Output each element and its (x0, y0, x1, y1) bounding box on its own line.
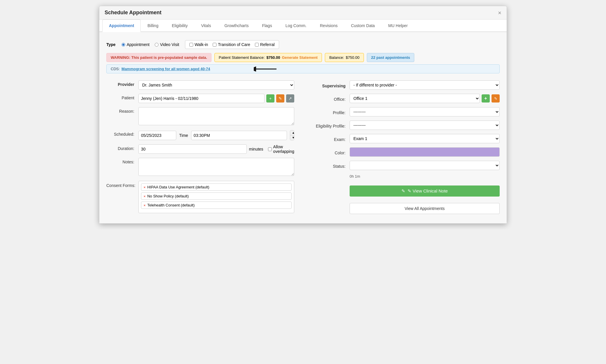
statement-amount: $750.00 (266, 55, 280, 60)
referral-checkbox[interactable] (255, 43, 259, 47)
warning-bar: WARNING: This patient is pre-populated s… (106, 53, 212, 62)
consent-list: × HIPAA Data Use Agreement (default) × N… (138, 181, 294, 213)
scheduled-date-input[interactable] (138, 131, 176, 140)
time-spinner[interactable]: ▲ ▼ (290, 130, 294, 140)
office-select[interactable]: Office 1 (350, 94, 480, 103)
tab-appointment[interactable]: Appointment (102, 20, 141, 32)
tab-customdata[interactable]: Custom Data (344, 20, 382, 32)
video-visit-radio[interactable] (155, 43, 158, 47)
duration-input[interactable] (138, 144, 247, 154)
cds-link[interactable]: Mammogram screening for all women aged 4… (121, 67, 210, 71)
content-area: Type Appointment Video Visit Walk-in (99, 32, 507, 223)
consent-item-2: × No Show Policy (default) (141, 192, 292, 200)
tab-vitals[interactable]: Vitals (194, 20, 218, 32)
dialog-title: Schedule Appointment (105, 10, 161, 16)
referral-label: Referral (260, 42, 275, 47)
allow-overlapping-checkbox[interactable] (268, 147, 272, 151)
supervising-select[interactable]: - If different to provider - (350, 80, 500, 90)
scheduled-row: Scheduled: Time ▲ ▼ (106, 130, 294, 140)
eligibility-profile-row: Eligibility Profile: --------- (312, 121, 500, 130)
tab-growthcharts[interactable]: Growthcharts (218, 20, 255, 32)
allow-overlapping-item[interactable]: Allow overlapping (268, 144, 294, 154)
patient-input-row: + ✎ ↗ (138, 94, 294, 103)
tab-logcomm[interactable]: Log Comm. (279, 20, 313, 32)
view-clinical-note-row: ✎ ✎ View Clinical Note (312, 185, 500, 199)
balance-label: Balance: (329, 55, 344, 60)
close-button[interactable]: × (498, 10, 501, 16)
consent-remove-3[interactable]: × (144, 204, 145, 207)
eligibility-profile-control: --------- (350, 121, 500, 130)
walkin-checkbox[interactable] (189, 43, 193, 47)
patient-label: Patient (106, 94, 138, 100)
consent-remove-1[interactable]: × (144, 185, 145, 189)
spinner-up-icon[interactable]: ▲ (290, 130, 294, 135)
tab-eligibility[interactable]: Eligibility (165, 20, 194, 32)
reason-textarea[interactable] (138, 107, 294, 125)
arrow-icon (254, 63, 277, 75)
patient-edit-button[interactable]: ✎ (276, 94, 284, 103)
exam-select[interactable]: Exam 1 (350, 134, 500, 143)
supervising-row: Supervising - If different to provider - (312, 80, 500, 90)
spinner-down-icon[interactable]: ▼ (290, 135, 294, 140)
profile-select[interactable]: --------- (350, 107, 500, 116)
patient-input[interactable] (138, 94, 265, 103)
office-edit-button[interactable]: ✎ (492, 94, 500, 103)
past-appointments[interactable]: 22 past appointments (367, 53, 415, 62)
transition-checkbox-item[interactable]: Transition of Care (213, 42, 250, 47)
generate-statement-link[interactable]: Generate Statement (282, 55, 318, 60)
provider-select[interactable]: Dr. James Smith (138, 80, 294, 90)
walkin-checkbox-item[interactable]: Walk-in (189, 42, 208, 47)
exam-label: Exam: (312, 135, 350, 142)
status-row: Status: (312, 161, 500, 170)
walkin-label: Walk-in (195, 42, 208, 47)
timer-label (312, 177, 350, 179)
referral-checkbox-item[interactable]: Referral (255, 42, 275, 47)
notes-label: Notes: (106, 158, 138, 164)
clinical-note-spacer (312, 191, 350, 193)
view-all-control: View All Appointments (350, 203, 500, 214)
view-clinical-note-label: ✎ View Clinical Note (408, 188, 448, 194)
office-control: Office 1 + ✎ (350, 94, 500, 103)
view-all-spacer (312, 208, 350, 209)
patient-row: Patient + ✎ ↗ (106, 94, 294, 103)
consent-remove-2[interactable]: × (144, 195, 145, 198)
patient-add-button[interactable]: + (266, 94, 274, 103)
tab-billing[interactable]: Billing (141, 20, 165, 32)
color-swatch[interactable] (350, 147, 500, 157)
duration-row: Duration: minutes Allow overlapping (106, 144, 294, 154)
status-select[interactable] (350, 161, 500, 170)
eligibility-profile-select[interactable]: --------- (350, 121, 500, 130)
color-row: Color: (312, 147, 500, 157)
scheduled-label: Scheduled: (106, 130, 138, 137)
video-visit-radio-label: Video Visit (160, 42, 179, 47)
color-label: Color: (312, 149, 350, 155)
scheduled-time-input[interactable] (191, 131, 287, 140)
consent-forms-row: Consent Forms: × HIPAA Data Use Agreemen… (106, 181, 294, 213)
profile-label: Profile: (312, 109, 350, 115)
status-control (350, 161, 500, 170)
consent-item-3: × Telehealth Consent (default) (141, 202, 292, 209)
tab-flags[interactable]: Flags (255, 20, 279, 32)
transition-checkbox[interactable] (213, 43, 216, 47)
notes-textarea[interactable] (138, 158, 294, 176)
reason-control (138, 107, 294, 126)
tab-muhelper[interactable]: MU Helper (381, 20, 414, 32)
type-row: Type Appointment Video Visit Walk-in (106, 37, 500, 53)
video-visit-radio-item[interactable]: Video Visit (155, 42, 179, 47)
view-all-appointments-button[interactable]: View All Appointments (350, 203, 500, 214)
view-all-appointments-row: View All Appointments (312, 203, 500, 214)
duration-label: Duration: (106, 144, 138, 151)
office-add-button[interactable]: + (482, 94, 490, 103)
office-label: Office: (312, 95, 350, 102)
appointment-radio-item[interactable]: Appointment (121, 42, 150, 47)
reason-row: Reason: (106, 107, 294, 126)
clinical-note-icon: ✎ (401, 188, 405, 194)
cds-bar: CDS: Mammogram screening for all women a… (106, 64, 500, 73)
patient-link-button[interactable]: ↗ (286, 94, 294, 103)
view-clinical-note-button[interactable]: ✎ ✎ View Clinical Note (350, 185, 500, 197)
tab-revisions[interactable]: Revisions (313, 20, 344, 32)
profile-control: --------- (350, 107, 500, 116)
dialog-titlebar: Schedule Appointment × (99, 6, 507, 20)
scheduled-control: Time ▲ ▼ (138, 130, 294, 140)
appointment-radio[interactable] (121, 43, 125, 47)
